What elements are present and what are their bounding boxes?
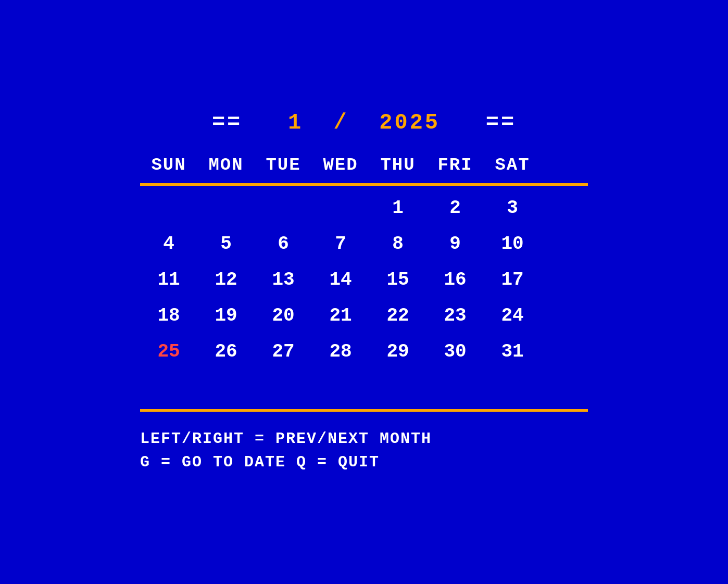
calendar-cell: 20 <box>255 300 312 332</box>
bottom-divider <box>140 409 588 412</box>
month-header: == 1 / 2025 == <box>212 110 516 135</box>
equals-right: == <box>486 110 516 135</box>
calendar-cell: 6 <box>255 228 312 260</box>
calendar-cell: 21 <box>312 300 369 332</box>
calendar-cell: 29 <box>369 336 426 367</box>
calendar-cell: 18 <box>140 300 197 332</box>
footer-line-2: G = GO TO DATE Q = QUIT <box>140 451 588 474</box>
footer-text: LEFT/RIGHT = PREV/NEXT MONTH G = GO TO D… <box>140 427 588 474</box>
top-divider <box>140 183 588 186</box>
calendar-cell: 8 <box>369 228 426 260</box>
day-header-sun: SUN <box>140 151 197 179</box>
calendar-cell: 13 <box>255 264 312 296</box>
calendar-cell: 2 <box>426 192 484 224</box>
equals-left: == <box>212 110 242 135</box>
calendar-cell: 11 <box>140 264 197 296</box>
calendar-cell: 5 <box>197 228 255 260</box>
footer-line-1: LEFT/RIGHT = PREV/NEXT MONTH <box>140 427 588 451</box>
calendar-cell: 28 <box>312 336 369 367</box>
calendar-grid: 1234567891011121314151617181920212223242… <box>140 192 588 403</box>
day-header-wed: WED <box>312 151 369 179</box>
calendar-cell: 19 <box>197 300 255 332</box>
day-header-sat: SAT <box>484 151 541 179</box>
calendar-cell: 7 <box>312 228 369 260</box>
day-header-fri: FRI <box>426 151 484 179</box>
calendar-cell: 12 <box>197 264 255 296</box>
calendar-cell: 27 <box>255 336 312 367</box>
calendar-cell <box>140 372 197 403</box>
calendar-cell: 4 <box>140 228 197 260</box>
calendar-cell <box>140 192 197 224</box>
calendar-cell: 10 <box>484 228 541 260</box>
calendar-container: == 1 / 2025 == SUNMONTUEWEDTHUFRISAT 123… <box>140 110 588 474</box>
calendar-cell: 17 <box>484 264 541 296</box>
calendar-cell: 26 <box>197 336 255 367</box>
calendar-cell: 14 <box>312 264 369 296</box>
calendar-cell: 1 <box>369 192 426 224</box>
calendar-cell: 24 <box>484 300 541 332</box>
day-header-mon: MON <box>197 151 255 179</box>
calendar-cell <box>197 192 255 224</box>
calendar-cell <box>312 192 369 224</box>
calendar-cell: 15 <box>369 264 426 296</box>
day-headers: SUNMONTUEWEDTHUFRISAT <box>140 151 588 179</box>
month-display: 1 / 2025 <box>288 110 455 135</box>
calendar-cell: 25 <box>140 336 197 367</box>
calendar-cell: 23 <box>426 300 484 332</box>
calendar-cell <box>255 192 312 224</box>
day-header-thu: THU <box>369 151 426 179</box>
calendar-cell: 3 <box>484 192 541 224</box>
calendar-cell: 22 <box>369 300 426 332</box>
day-header-tue: TUE <box>255 151 312 179</box>
calendar-cell: 16 <box>426 264 484 296</box>
calendar-cell: 9 <box>426 228 484 260</box>
calendar-cell: 30 <box>426 336 484 367</box>
calendar-cell: 31 <box>484 336 541 367</box>
